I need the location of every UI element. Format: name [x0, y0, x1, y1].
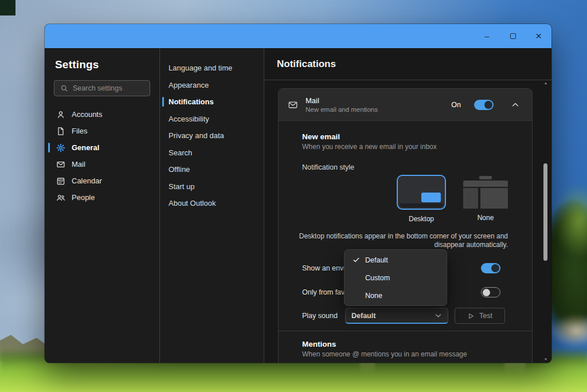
maximize-button[interactable]: [500, 24, 526, 48]
desktop-style-thumbnail: [397, 175, 446, 210]
sidebar-item-mail[interactable]: Mail: [54, 156, 150, 173]
mail-card-title: Mail: [306, 96, 444, 105]
mentions-subtitle: When someone @ mentions you in an email …: [302, 350, 508, 358]
style-option-none[interactable]: None: [463, 175, 508, 223]
subnav-item-label: Appearance: [169, 81, 209, 89]
scroll-down-arrow-icon[interactable]: ▼: [543, 358, 549, 361]
subnav-item-label: Search: [169, 148, 192, 157]
page-title: Notifications: [277, 58, 539, 70]
sidebar-item-accounts[interactable]: Accounts: [54, 106, 150, 123]
person-icon: [56, 110, 65, 119]
envelope-icon: [288, 100, 298, 110]
mentions-section: Mentions When someone @ mentions you in …: [302, 331, 508, 363]
settings-title: Settings: [55, 58, 150, 71]
file-icon: [56, 127, 65, 136]
mail-icon: [56, 160, 65, 169]
toggle-state-label: On: [451, 101, 461, 109]
subnav-item-offline[interactable]: Offline: [160, 161, 264, 178]
general-subnav: Language and time Appearance Notificatio…: [159, 48, 264, 363]
sidebar-item-files[interactable]: Files: [54, 123, 150, 139]
notifications-pane: Notifications Mail New email and mention…: [264, 48, 551, 363]
window-body: Settings Accounts: [45, 48, 551, 363]
settings-search[interactable]: [54, 80, 150, 96]
thumbnail-left-pane: [463, 188, 478, 209]
only-favorites-label: Only from favo: [302, 288, 349, 296]
mail-notifications-toggle[interactable]: [474, 100, 494, 110]
desktop: { "colors": { "titlebar": "#4f9ef2", "ac…: [0, 0, 587, 392]
close-button[interactable]: ✕: [526, 24, 551, 48]
dropdown-item-label: Default: [365, 256, 388, 264]
vertical-scrollbar[interactable]: ▲ ▼: [543, 81, 549, 361]
gear-icon: [56, 143, 65, 152]
new-email-heading: New email: [302, 132, 508, 141]
only-favorites-toggle[interactable]: [481, 287, 500, 297]
dropdown-item-default[interactable]: Default: [345, 251, 447, 269]
subnav-item-privacy-and-data[interactable]: Privacy and data: [160, 127, 264, 144]
sound-dropdown-menu: Default Custom None: [344, 249, 447, 306]
sidebar-item-calendar[interactable]: Calendar: [54, 173, 150, 189]
dropdown-item-none[interactable]: None: [345, 287, 447, 304]
mail-card-body: New email When you receive a new email i…: [279, 121, 532, 363]
test-button-label: Test: [479, 312, 492, 320]
sidebar-item-label: People: [72, 193, 95, 202]
mail-notifications-card: Mail New email and mentions On New email…: [278, 88, 533, 363]
wallpaper-rock: [550, 315, 587, 347]
toggle-knob: [483, 289, 490, 296]
show-envelope-toggle[interactable]: [481, 263, 500, 273]
thumbnail-right-pane: [480, 188, 508, 209]
sidebar-nav: Accounts Files General: [54, 106, 150, 206]
sidebar-item-general[interactable]: General: [54, 139, 150, 156]
play-sound-label: Play sound: [302, 312, 345, 320]
test-sound-button[interactable]: Test: [455, 308, 505, 324]
search-icon: [60, 84, 69, 93]
none-style-thumbnail: [463, 176, 508, 209]
chevron-down-icon: [435, 312, 442, 319]
active-indicator: [162, 97, 164, 107]
people-icon: [56, 193, 65, 202]
search-input[interactable]: [73, 84, 144, 92]
notification-style-options: Desktop None: [397, 175, 508, 223]
subnav-item-appearance[interactable]: Appearance: [160, 77, 264, 94]
maximize-icon: [510, 33, 516, 39]
pane-content: Mail New email and mentions On New email…: [264, 81, 551, 363]
toggle-knob: [491, 264, 499, 272]
settings-window: – ✕ Settings Accounts: [45, 24, 551, 363]
dropdown-item-label: Custom: [365, 274, 390, 282]
scrollbar-thumb[interactable]: [543, 163, 547, 261]
mail-card-header[interactable]: Mail New email and mentions On: [279, 89, 532, 121]
titlebar[interactable]: – ✕: [45, 24, 551, 48]
mentions-heading: Mentions: [302, 340, 508, 348]
dropdown-item-custom[interactable]: Custom: [345, 269, 447, 287]
subnav-item-start-up[interactable]: Start up: [160, 178, 264, 195]
subnav-item-search[interactable]: Search: [160, 144, 264, 162]
sound-select[interactable]: Default: [345, 308, 448, 324]
calendar-icon: [56, 177, 65, 186]
sound-select-value: Default: [351, 312, 375, 320]
sidebar-item-label: Files: [72, 127, 87, 135]
wallpaper-tree-highlight: [553, 183, 587, 258]
sidebar-item-label: General: [72, 143, 99, 152]
style-option-label: Desktop: [409, 215, 434, 223]
sidebar-item-label: Mail: [72, 160, 85, 168]
subnav-item-accessibility[interactable]: Accessibility: [160, 111, 264, 128]
check-icon: [352, 256, 360, 264]
subnav-item-label: About Outlook: [169, 199, 216, 207]
desktop-notifications-description: Desktop notifications appear in the bott…: [288, 232, 508, 249]
collapse-section-button[interactable]: [511, 101, 519, 109]
subnav-item-notifications[interactable]: Notifications: [160, 93, 264, 111]
minimize-button[interactable]: –: [474, 24, 500, 48]
dropdown-item-label: None: [365, 292, 382, 300]
subnav-item-label: Accessibility: [169, 115, 209, 123]
subnav-item-label: Language and time: [169, 64, 232, 72]
scroll-up-arrow-icon[interactable]: ▲: [543, 81, 549, 85]
sidebar-item-label: Calendar: [72, 177, 102, 185]
mail-card-subtitle: New email and mentions: [306, 106, 444, 113]
subnav-item-about-outlook[interactable]: About Outlook: [160, 195, 264, 212]
subnav-item-language-and-time[interactable]: Language and time: [160, 60, 264, 77]
style-option-desktop[interactable]: Desktop: [397, 175, 446, 223]
sidebar-item-people[interactable]: People: [54, 189, 150, 206]
pane-header: Notifications: [264, 48, 551, 80]
subnav-item-label: Notifications: [169, 97, 214, 106]
thumbnail-notification-toast: [421, 193, 441, 202]
thumbnail-tab: [479, 176, 492, 179]
